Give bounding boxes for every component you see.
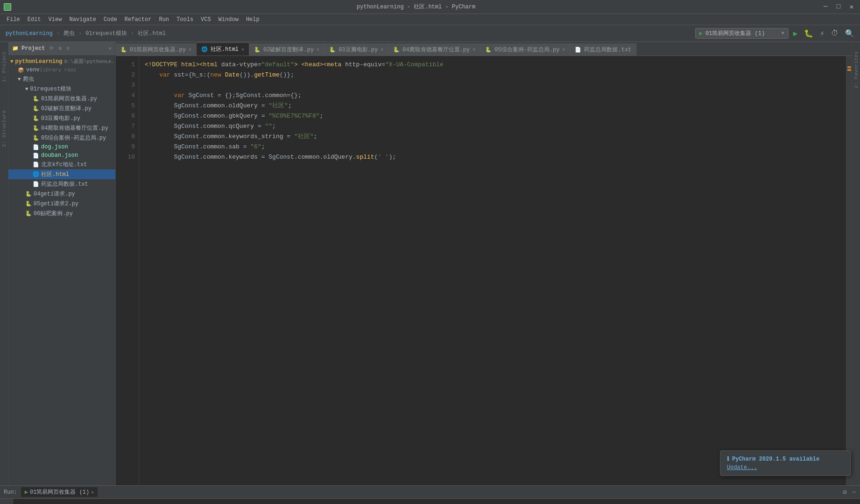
tab-05yajian[interactable]: 🐍 05综合案例-药监总局.py ✕: [480, 43, 570, 56]
tab-icon-py: 🐍: [120, 47, 127, 53]
run-tab-close[interactable]: ✕: [91, 490, 94, 495]
tree-file-03[interactable]: 🐍 03豆瓣电影.py: [8, 113, 115, 123]
menu-edit[interactable]: Edit: [25, 15, 44, 24]
maximize-btn[interactable]: □: [834, 3, 843, 11]
tab-label-yaojian: 药监总局数据.txt: [584, 46, 631, 54]
breadcrumb-project[interactable]: pythonLearning: [4, 29, 55, 38]
tree-root-name: pythonLearning: [15, 58, 63, 65]
tab-close-02[interactable]: ✕: [317, 47, 319, 52]
tree-file-05geti-label: 05geti请求2.py: [34, 200, 78, 208]
tree-library-root: library root: [40, 67, 77, 73]
tree-file-04[interactable]: 🐍 04爬取肯德基餐厅位置.py: [8, 123, 115, 133]
tab-close-04[interactable]: ✕: [472, 47, 475, 52]
tree-file-kfc[interactable]: 📄 北京kfc地址.txt: [8, 160, 115, 169]
tree-file-06[interactable]: 🐍 06贴吧案例.py: [8, 209, 115, 218]
tree-file-04geti-label: 04geti请求.py: [34, 190, 75, 198]
coverage-button[interactable]: ⚡: [818, 28, 826, 39]
marker-error: [847, 69, 851, 71]
code-content[interactable]: <!DOCTYPE html><html data-vtype="default…: [139, 56, 846, 485]
tree-file-04geti[interactable]: 🐍 04geti请求.py: [8, 189, 115, 199]
menu-view[interactable]: View: [46, 15, 65, 24]
tree-folder-01request-label: 01request模块: [30, 85, 72, 93]
project-close-icon[interactable]: ✕: [108, 45, 112, 51]
tab-yaojian-data[interactable]: 📄 药监总局数据.txt: [570, 43, 636, 56]
tab-close-01[interactable]: ✕: [189, 47, 191, 52]
run-tab[interactable]: ▶ 01简易网页收集器 (1) ✕: [21, 487, 98, 497]
toolbar-right: ▶ 01简易网页收集器 (1) ▼ ▶ 🐛 ⚡ ⏱ 🔍: [695, 28, 856, 39]
tab-01jianyiwangye[interactable]: 🐍 01简易网页收集器.py ✕: [116, 43, 197, 56]
tree-file-shequ-label: 社区.html: [41, 170, 69, 178]
run-label: Run:: [4, 489, 17, 496]
tab-02baidu[interactable]: 🐍 02破解百度翻译.py ✕: [249, 43, 324, 56]
menu-file[interactable]: File: [4, 15, 23, 24]
tab-label-05: 05综合案例-药监总局.py: [494, 46, 559, 54]
tree-file-shequ[interactable]: 🌐 社区.html: [8, 169, 115, 179]
tab-04kfc[interactable]: 🐍 04爬取肯德基餐厅位置.py ✕: [388, 43, 480, 56]
notification-update-link[interactable]: Update...: [727, 464, 844, 471]
tree-folder-pach[interactable]: ▼ 爬虫: [8, 74, 115, 84]
tree-file-02-label: 02破解百度翻译.py: [41, 105, 92, 112]
debug-button[interactable]: 🐛: [802, 28, 815, 39]
run-button[interactable]: ▶: [791, 28, 800, 39]
tree-file-douban[interactable]: 📄 douban.json: [8, 151, 115, 160]
side-labels-left: 1: Project 2: Structure: [0, 42, 8, 485]
tree-venv[interactable]: 📦 venv library root: [8, 66, 115, 74]
menu-refactor[interactable]: Refactor: [122, 15, 155, 24]
tab-close-03[interactable]: ✕: [381, 47, 383, 52]
tree-file-02[interactable]: 🐍 02破解百度翻译.py: [8, 104, 115, 113]
tab-shequ[interactable]: 🌐 社区.html ✕: [197, 42, 249, 56]
run-config-icon: ▶: [699, 30, 703, 37]
tree-file-dog[interactable]: 📄 dog.json: [8, 143, 115, 151]
breadcrumb-folder1[interactable]: 爬虫: [62, 28, 77, 38]
toolbar-left: pythonLearning › 爬虫 › 01request模块 › 社区.h…: [4, 28, 168, 38]
app-menu: [4, 3, 11, 11]
close-btn[interactable]: ✕: [847, 3, 856, 11]
top-toolbar: pythonLearning › 爬虫 › 01request模块 › 社区.h…: [0, 25, 860, 42]
project-sync-icon[interactable]: ⟳: [49, 45, 54, 51]
tab-close-shequ[interactable]: ✕: [241, 47, 244, 52]
tree-root[interactable]: ▼ pythonLearning D:\桌面\pythonLe...: [8, 57, 115, 66]
run-minimize-icon[interactable]: ─: [853, 489, 856, 496]
notification-bubble: ℹ PyCharm 2020.1.5 available Update...: [720, 450, 851, 476]
project-gear-icon[interactable]: ⚙: [58, 45, 62, 51]
notification-title: ℹ PyCharm 2020.1.5 available: [727, 455, 844, 462]
breadcrumb-folder2[interactable]: 01request模块: [84, 28, 129, 38]
search-everywhere-button[interactable]: 🔍: [843, 28, 856, 39]
tab-03douban[interactable]: 🐍 03豆瓣电影.py ✕: [324, 43, 388, 56]
menu-vcs[interactable]: VCS: [198, 15, 214, 24]
tree-folder-01request[interactable]: ▼ 01request模块: [8, 84, 115, 94]
run-config-dropdown[interactable]: ▼: [782, 31, 784, 36]
menu-help[interactable]: Help: [243, 15, 262, 24]
menu-tools[interactable]: Tools: [174, 15, 196, 24]
tree-file-kfc-label: 北京kfc地址.txt: [41, 161, 87, 168]
run-output: D:\桌面\pythonLearning\venv\Scripts\python…: [13, 499, 860, 504]
minimize-btn[interactable]: ─: [821, 3, 830, 11]
tree-file-05geti[interactable]: 🐍 05geti请求2.py: [8, 199, 115, 209]
project-expand-icon[interactable]: ≡: [66, 46, 70, 51]
bottom-panel: Run: ▶ 01简易网页收集器 (1) ✕ ⚙ ─ ▶ ◼ ≡ 📌 🖨 🗑 D…: [0, 485, 860, 504]
profile-button[interactable]: ⏱: [829, 28, 840, 39]
favorites-side-label[interactable]: 2: Favorites: [853, 51, 859, 88]
window-controls[interactable]: ─ □ ✕: [821, 3, 856, 11]
code-scrollbar-markers: [846, 56, 852, 485]
tab-icon-04: 🐍: [393, 47, 400, 53]
menu-bar: File Edit View Navigate Code Refactor Ru…: [0, 14, 860, 25]
tree-file-05[interactable]: 🐍 05综合案例-药监总局.py: [8, 133, 115, 143]
tree-file-yaojian[interactable]: 📄 药监总局数据.txt: [8, 179, 115, 189]
project-side-label[interactable]: 1: Project: [1, 51, 7, 82]
structure-side-label[interactable]: 2: Structure: [1, 110, 7, 147]
menu-code[interactable]: Code: [101, 15, 120, 24]
tree-file-01[interactable]: 🐍 01简易网页收集器.py: [8, 94, 115, 104]
tree-file-01-label: 01简易网页收集器.py: [41, 95, 97, 103]
menu-run[interactable]: Run: [156, 15, 172, 24]
tab-label-01: 01简易网页收集器.py: [130, 46, 186, 54]
run-config-selector[interactable]: ▶ 01简易网页收集器 (1) ▼: [695, 28, 789, 39]
menu-navigate[interactable]: Navigate: [66, 15, 99, 24]
code-editor[interactable]: 1 2 3 4 5 6 7 8 9 10 <!DOCTYPE html><htm…: [116, 56, 852, 485]
rerun-button[interactable]: ▶: [3, 502, 9, 504]
breadcrumb-file[interactable]: 社区.html: [136, 28, 168, 38]
menu-window[interactable]: Window: [216, 15, 241, 24]
tab-close-05[interactable]: ✕: [562, 47, 565, 52]
run-tab-label: 01简易网页收集器 (1): [30, 488, 89, 496]
run-settings-icon[interactable]: ⚙: [843, 488, 846, 496]
